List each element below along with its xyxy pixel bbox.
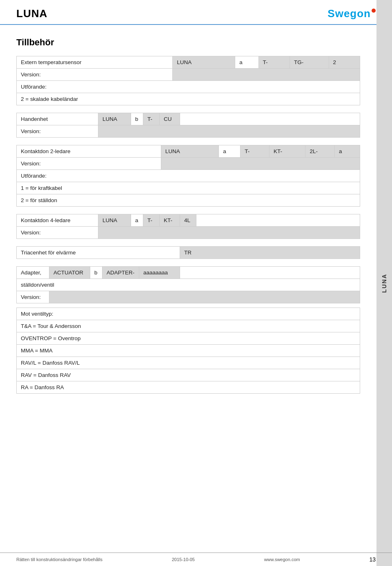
extern-2: 2	[329, 56, 360, 69]
product-extern: Extern temperatursensor LUNA a T- TG- 2 …	[16, 56, 360, 105]
triac-row-1: Triacenhet för elvärme TR	[17, 247, 360, 259]
adapter-mot-oventrop-row: OVENTROP = Oventrop	[17, 332, 360, 345]
product-kontakt4: Kontaktdon 4-ledare LUNA a T- KT- 4L Ver…	[16, 214, 360, 239]
extern-table: Extern temperatursensor LUNA a T- TG- 2 …	[16, 56, 360, 105]
adapter-mot-ravl-row: RAV/L = Danfoss RAV/L	[17, 357, 360, 369]
extern-version-label: Version:	[17, 69, 173, 81]
page: LUNA Swegon Tillbehör Extern temperaturs…	[0, 0, 392, 566]
footer-left: Rätten till konstruktionsändringar förbe…	[16, 557, 102, 562]
footer-center: 2015-10-05	[172, 557, 195, 562]
logo-text: Swegon	[327, 7, 371, 20]
adapter-mot-label: Mot ventiltyp:	[17, 308, 360, 320]
page-number: 13	[369, 556, 376, 563]
handenhet-param-b: b	[131, 113, 143, 125]
adapter-version-row: Version:	[17, 291, 360, 303]
triac-table: Triacenhet för elvärme TR	[16, 246, 360, 259]
adapter-empty-row	[17, 303, 360, 308]
logo-dot	[372, 9, 376, 13]
kontakt2-utforande-2: 2 = för ställdon	[17, 194, 360, 207]
triac-name: Triacenhet för elvärme	[17, 247, 180, 259]
kontakt2-version-label: Version:	[17, 158, 161, 170]
main-content: Extern temperatursensor LUNA a T- TG- 2 …	[0, 56, 376, 426]
kontakt2-utforande-1: 1 = för kraftkabel	[17, 182, 360, 194]
extern-utforande-value-row: 2 = skalade kabeländar	[17, 93, 360, 105]
adapter-mot-ta-row: T&A = Tour & Andersson	[17, 320, 360, 332]
kontakt4-empty	[196, 214, 360, 227]
kontakt4-table: Kontaktdon 4-ledare LUNA a T- KT- 4L Ver…	[16, 214, 360, 239]
handenhet-version-label: Version:	[17, 125, 98, 138]
kontakt4-row-1: Kontaktdon 4-ledare LUNA a T- KT- 4L	[17, 214, 360, 227]
adapter-version-label: Version:	[17, 291, 49, 303]
adapter-mot-ra: RA = Danfoss RA	[17, 381, 360, 394]
extern-name: Extern temperatursensor	[17, 56, 173, 69]
adapter-name2: ställdon/ventil	[17, 279, 360, 291]
handenhet-name: Handenhet	[17, 113, 98, 125]
kontakt2-name: Kontaktdon 2-ledare	[17, 145, 161, 158]
kontakt2-version-row: Version:	[17, 158, 360, 170]
product-kontakt2: Kontaktdon 2-ledare LUNA a T- KT- 2L- a …	[16, 145, 360, 207]
section-title: Tillbehör	[0, 25, 392, 56]
kontakt2-t: T-	[241, 145, 270, 158]
adapter-param-b: b	[90, 267, 102, 279]
kontakt2-version-input	[161, 158, 360, 170]
adapter-name: Adapter,	[17, 267, 49, 279]
product-adapter: Adapter, ACTUATOR b ADAPTER- aaaaaaaa st…	[16, 266, 360, 394]
header: LUNA Swegon	[0, 0, 392, 25]
kontakt2-utforande-1-row: 1 = för kraftkabel	[17, 182, 360, 194]
extern-utforande-value: 2 = skalade kabeländar	[17, 93, 360, 105]
kontakt2-kt: KT-	[269, 145, 305, 158]
logo: Swegon	[327, 7, 376, 20]
adapter-mot-ra-row: RA = Danfoss RA	[17, 381, 360, 394]
handenhet-table: Handenhet LUNA b T- CU Version:	[16, 113, 360, 138]
adapter-mot-rav: RAV = Danfoss RAV	[17, 369, 360, 381]
sidebar-label: LUNA	[381, 274, 388, 293]
kontakt2-utforande-label-row: Utförande:	[17, 170, 360, 182]
kontakt4-version-row: Version:	[17, 227, 360, 239]
adapter-mot-mma: MMA = MMA	[17, 345, 360, 357]
extern-param-a: a	[235, 56, 258, 69]
kontakt2-utforande-2-row: 2 = för ställdon	[17, 194, 360, 207]
extern-utforande-label: Utförande:	[17, 81, 360, 93]
kontakt2-table: Kontaktdon 2-ledare LUNA a T- KT- 2L- a …	[16, 145, 360, 207]
kontakt4-4l: 4L	[180, 214, 196, 227]
adapter-mot-ta: T&A = Tour & Andersson	[17, 320, 360, 332]
handenhet-t: T-	[143, 113, 160, 125]
kontakt2-2l: 2L-	[305, 145, 335, 158]
handenhet-row-1: Handenhet LUNA b T- CU	[17, 113, 360, 125]
extern-version-input	[173, 69, 360, 81]
extern-utforande-label-row: Utförande:	[17, 81, 360, 93]
adapter-mot-ravl: RAV/L = Danfoss RAV/L	[17, 357, 360, 369]
kontakt4-name: Kontaktdon 4-ledare	[17, 214, 98, 227]
kontakt2-utforande-label: Utförande:	[17, 170, 360, 182]
kontakt4-version-label: Version:	[17, 227, 98, 239]
adapter-mot-oventrop: OVENTROP = Oventrop	[17, 332, 360, 345]
kontakt4-version-input	[98, 227, 360, 239]
extern-version-row: Version:	[17, 69, 360, 81]
right-sidebar: LUNA	[376, 0, 392, 566]
kontakt4-param-a: a	[131, 214, 143, 227]
kontakt2-row-1: Kontaktdon 2-ledare LUNA a T- KT- 2L- a	[17, 145, 360, 158]
extern-t: T-	[258, 56, 290, 69]
adapter-mot-mma-row: MMA = MMA	[17, 345, 360, 357]
handenhet-brand: LUNA	[98, 113, 131, 125]
extern-row-1: Extern temperatursensor LUNA a T- TG- 2	[17, 56, 360, 69]
extern-brand: LUNA	[173, 56, 235, 69]
adapter-mot-rav-row: RAV = Danfoss RAV	[17, 369, 360, 381]
adapter-table: Adapter, ACTUATOR b ADAPTER- aaaaaaaa st…	[16, 266, 360, 394]
handenhet-version-row: Version:	[17, 125, 360, 138]
adapter-mot-row: Mot ventiltyp:	[17, 308, 360, 320]
extern-tg: TG-	[290, 56, 329, 69]
adapter-empty	[180, 267, 360, 279]
adapter-row-1: Adapter, ACTUATOR b ADAPTER- aaaaaaaa	[17, 267, 360, 279]
kontakt4-kt: KT-	[160, 214, 180, 227]
kontakt2-brand: LUNA	[161, 145, 218, 158]
adapter-name2-row: ställdon/ventil	[17, 279, 360, 291]
footer: Rätten till konstruktionsändringar förbe…	[0, 553, 392, 566]
product-handenhet: Handenhet LUNA b T- CU Version:	[16, 113, 360, 138]
adapter-label: ADAPTER-	[102, 267, 139, 279]
handenhet-cu: CU	[160, 113, 180, 125]
triac-code: TR	[180, 247, 360, 259]
kontakt4-brand: LUNA	[98, 214, 131, 227]
kontakt2-param-a: a	[219, 145, 241, 158]
handenhet-empty	[180, 113, 360, 125]
